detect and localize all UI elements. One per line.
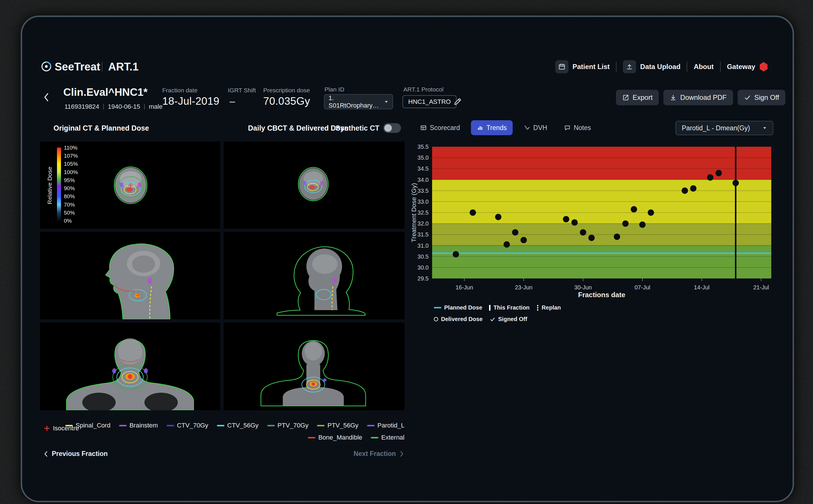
structure-legend-Bone_Mandible: Bone_Mandible <box>308 434 362 441</box>
legend-planned-dose: Planned Dose <box>434 304 482 311</box>
edit-pencil-icon[interactable] <box>453 97 462 106</box>
patient-name: Clin.Eval^HNC1* <box>63 86 148 98</box>
delivered-dose-point[interactable] <box>682 188 688 194</box>
trends-icon <box>477 124 484 131</box>
plan-id-dropdown[interactable]: 1. S01RtOrophary… <box>324 94 393 109</box>
tab-dvh-label: DVH <box>533 124 547 132</box>
previous-fraction-button[interactable]: Previous Fraction <box>43 450 108 458</box>
structure-color-swatch <box>267 425 275 426</box>
tab-dvh[interactable]: DVH <box>518 120 553 135</box>
structure-legend-Parotid_L: Parotid_L <box>367 422 404 429</box>
risk-band-normal <box>432 246 771 279</box>
patient-id: 1169319824 <box>64 103 99 110</box>
nav-gateway-label: Gateway <box>727 63 755 71</box>
cbct-axial-view[interactable] <box>224 142 404 229</box>
patient-sub-divider <box>144 104 145 110</box>
tab-trends[interactable]: Trends <box>471 120 513 135</box>
y-tick-label: 35.5 <box>417 144 429 150</box>
this-fraction-label: This Fraction <box>493 304 530 311</box>
delivered-dose-point[interactable] <box>503 241 510 248</box>
gateway-status-icon <box>759 62 768 72</box>
chevron-left-icon <box>43 450 48 457</box>
cbct-coronal-view[interactable] <box>224 322 404 410</box>
structure-legend-Spinal_Cord: Spinal_Cord <box>65 422 110 429</box>
metric-selector-dropdown[interactable]: Parotid_L - Dmean(Gy) <box>675 121 773 135</box>
structure-label: PTV_70Gy <box>278 422 309 429</box>
y-tick-label: 33.5 <box>417 188 429 194</box>
delivered-dose-point[interactable] <box>571 219 578 226</box>
seetreat-logo-icon <box>40 60 52 72</box>
left-pane-title: Original CT & Planned Dose <box>54 124 149 132</box>
cbct-sagittal-view[interactable] <box>224 232 404 319</box>
delivered-dose-point[interactable] <box>622 220 629 227</box>
colorbar-labels: 110%107%105%100%95%90%80%70%50%0% <box>64 145 78 224</box>
structure-legend-External: External <box>371 434 404 441</box>
next-fraction-label: Next Fraction <box>354 450 396 458</box>
signed-off-check-icon <box>490 316 495 322</box>
replan-label: Replan <box>542 304 561 311</box>
delivered-dose-point[interactable] <box>453 251 459 257</box>
delivered-dose-point[interactable] <box>614 234 620 240</box>
delivered-dose-point[interactable] <box>648 209 654 216</box>
delivered-dose-point[interactable] <box>639 222 646 228</box>
relative-dose-colorbar <box>57 148 61 222</box>
nav-about[interactable]: About <box>694 63 713 71</box>
tab-notes[interactable]: Notes <box>558 120 597 135</box>
delivered-dose-point[interactable] <box>520 237 527 243</box>
trend-chart[interactable]: 29.530.030.531.031.532.032.533.033.534.0… <box>403 140 777 301</box>
x-tick-label: 21-Jul <box>753 284 769 291</box>
structure-label: Spinal_Cord <box>76 422 110 429</box>
plan-id-label: Plan ID <box>325 86 344 93</box>
delivered-dose-point[interactable] <box>715 170 722 176</box>
structure-legend-CTV_56Gy: CTV_56Gy <box>217 422 259 429</box>
structure-legend-row: Spinal_CordBrainstemCTV_70GyCTV_56GyPTV_… <box>121 422 404 429</box>
delivered-dose-point[interactable] <box>707 174 713 181</box>
sign-off-button[interactable]: Sign Off <box>738 90 785 105</box>
structure-color-swatch <box>371 437 378 438</box>
delivered-dose-point[interactable] <box>512 229 518 236</box>
brand-name: SeeTreat <box>55 61 100 73</box>
nav-data-upload[interactable]: Data Upload <box>623 60 680 73</box>
metric-selector-value: Parotid_L - Dmean(Gy) <box>682 124 750 132</box>
structure-color-swatch <box>167 425 174 426</box>
ct-coronal-planned-view[interactable] <box>40 322 220 410</box>
tab-scorecard-label: Scorecard <box>430 124 460 132</box>
nav-gateway[interactable]: Gateway <box>727 62 768 72</box>
ct-sagittal-planned-view[interactable] <box>40 232 220 319</box>
tab-scorecard[interactable]: Scorecard <box>414 120 466 135</box>
x-tick-label: 14-Jul <box>694 284 709 291</box>
structure-label: External <box>381 434 404 441</box>
plan-id-value: 1. S01RtOrophary… <box>329 94 384 109</box>
x-tick-label: 16-Jun <box>455 284 473 291</box>
download-pdf-label: Download PDF <box>680 93 726 102</box>
delivered-dose-point[interactable] <box>470 209 476 216</box>
colorbar-tick-label: 95% <box>64 177 78 184</box>
delivered-dose-point[interactable] <box>690 185 696 192</box>
structure-color-swatch <box>217 425 224 426</box>
prescription-dose-value: 70.035Gy <box>263 95 310 107</box>
nav-patient-list[interactable]: Patient List <box>555 60 610 73</box>
patient-sex: male <box>149 103 163 110</box>
synthetic-ct-label: Synthetic CT <box>335 124 379 132</box>
nav-data-upload-label: Data Upload <box>640 63 680 71</box>
delivered-dose-point[interactable] <box>580 229 586 236</box>
replan-dots-icon <box>537 305 539 311</box>
delivered-dose-point[interactable] <box>732 180 739 186</box>
structure-legend-row: Bone_MandibleExternal <box>121 434 404 441</box>
structure-legend-Brainstem: Brainstem <box>119 422 158 429</box>
delivered-dose-point[interactable] <box>495 214 501 220</box>
y-tick-label: 31.0 <box>417 243 429 249</box>
export-button[interactable]: Export <box>616 90 659 105</box>
signed-off-label: Signed Off <box>498 316 527 322</box>
colorbar-tick-label: 50% <box>64 210 78 216</box>
nav-divider <box>687 62 687 72</box>
delivered-dose-point[interactable] <box>563 216 569 222</box>
synthetic-ct-toggle[interactable] <box>383 123 401 133</box>
chevron-down-icon <box>762 126 767 130</box>
back-chevron-icon[interactable] <box>42 91 51 103</box>
dvh-icon <box>524 124 530 131</box>
delivered-dose-point[interactable] <box>588 235 595 241</box>
next-fraction-button[interactable]: Next Fraction <box>339 450 404 458</box>
delivered-dose-point[interactable] <box>631 206 637 213</box>
download-pdf-button[interactable]: Download PDF <box>663 90 733 105</box>
